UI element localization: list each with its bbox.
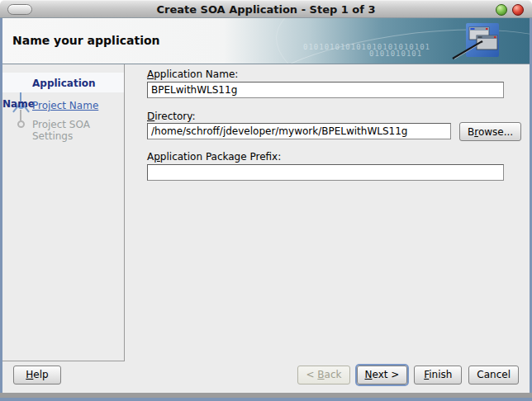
window-controls [496, 4, 524, 16]
directory-label: Directory: [147, 111, 196, 122]
application-name-input[interactable] [147, 82, 504, 98]
browse-button[interactable]: Browse... [459, 122, 521, 141]
cancel-button[interactable]: Cancel [468, 366, 519, 384]
sidebar-step-project-soa-settings: Project SOA Settings [32, 119, 124, 142]
application-name-label: Application Name: [147, 68, 238, 80]
page-title: Name your application [12, 34, 160, 47]
window-title: Create SOA Application - Step 1 of 3 [0, 3, 532, 16]
sidebar-step-application-name[interactable]: Application Name [2, 73, 124, 92]
window-frame-border [0, 398, 532, 401]
wizard-steps-sidebar: Application Name Project Name Project SO… [2, 64, 125, 361]
sidebar-step-project-name[interactable]: Project Name [32, 100, 98, 111]
back-button: < Back [297, 366, 349, 384]
titlebar: Create SOA Application - Step 1 of 3 [0, 0, 532, 18]
binary-decoration: 0101010101 [369, 50, 422, 58]
dialog-body: Name your application 010101010101010101… [0, 18, 532, 393]
wizard-content: Application Name Project Name Project SO… [2, 64, 530, 361]
directory-input[interactable] [147, 123, 451, 139]
wizard-banner: Name your application 010101010101010101… [2, 18, 530, 64]
package-prefix-input[interactable] [147, 164, 504, 181]
close-button[interactable] [512, 4, 524, 16]
help-button[interactable]: Help [13, 366, 61, 384]
package-prefix-label: Application Package Prefix: [147, 151, 281, 163]
step-future-icon [17, 120, 25, 128]
next-button[interactable]: Next > [357, 366, 408, 384]
finish-button[interactable]: Finish [414, 366, 462, 384]
windows-pen-icon [452, 22, 500, 60]
wizard-button-bar: Help < Back Next > Finish Cancel [2, 361, 530, 393]
create-soa-application-dialog: Create SOA Application - Step 1 of 3 Nam… [0, 0, 532, 401]
minimize-button[interactable] [496, 4, 507, 16]
application-form: Application Name: Directory: Browse... A… [125, 64, 530, 361]
